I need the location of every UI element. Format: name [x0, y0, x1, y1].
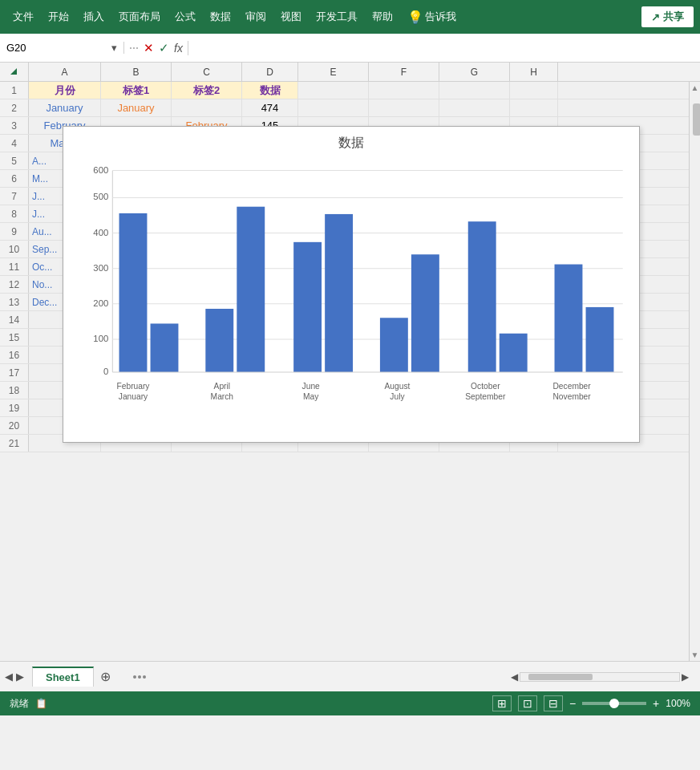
bar-chart: 0 100 200 300 400 500 600 February J [71, 156, 631, 432]
expand-icon[interactable]: ⋯ [129, 43, 139, 54]
col-header-f[interactable]: F [369, 63, 439, 81]
svg-text:500: 500 [93, 192, 108, 201]
cell-ref-dropdown-icon[interactable]: ▾ [111, 42, 117, 54]
menu-data[interactable]: 数据 [204, 6, 237, 27]
vertical-scrollbar[interactable]: ▲ ▼ [689, 82, 700, 661]
row-number: 18 [0, 382, 29, 399]
cell-f1[interactable] [369, 82, 439, 99]
row-number: 13 [0, 294, 29, 310]
row-number: 2 [0, 99, 29, 116]
hscroll-track[interactable] [520, 672, 680, 682]
cell-c1[interactable]: 标签2 [172, 82, 242, 99]
scroll-down-icon[interactable]: ▼ [690, 650, 700, 659]
tell-me-input[interactable]: 告诉我 [425, 10, 456, 24]
scrollbar-thumb[interactable] [693, 103, 701, 136]
row-number: 19 [0, 399, 29, 416]
menu-formula[interactable]: 公式 [168, 6, 202, 27]
chart-area: 0 100 200 300 400 500 600 February J [71, 156, 631, 432]
table-row: 2 January January 474 [0, 99, 700, 117]
column-headers: A B C D E F G H [0, 63, 700, 82]
col-header-b[interactable]: B [101, 63, 172, 81]
cell-a1[interactable]: 月份 [29, 82, 101, 99]
row-number: 15 [0, 329, 29, 346]
hscroll-right-icon[interactable]: ▶ [682, 671, 689, 683]
menu-start[interactable]: 开始 [42, 6, 75, 27]
light-icon: 💡 [407, 10, 423, 25]
bar-march [205, 309, 233, 372]
menu-insert[interactable]: 插入 [77, 6, 111, 27]
formula-input[interactable] [188, 42, 700, 54]
view-page-icon[interactable]: ⊡ [518, 695, 537, 711]
corner-header [0, 63, 29, 81]
row-number: 20 [0, 417, 29, 434]
cell-e2[interactable] [298, 99, 369, 116]
cell-e1[interactable] [298, 82, 369, 99]
cell-c2[interactable] [172, 99, 242, 116]
chart-container[interactable]: 数据 0 100 200 300 400 500 600 [63, 126, 640, 443]
svg-text:June: June [302, 382, 321, 391]
dot2 [138, 675, 141, 679]
cell-f2[interactable] [369, 99, 439, 116]
zoom-slider-thumb[interactable] [609, 699, 619, 708]
svg-text:March: March [211, 392, 234, 401]
sheet-next-icon[interactable]: ▶ [16, 671, 24, 683]
menu-help[interactable]: 帮助 [366, 6, 399, 27]
status-text: 就绪 [10, 697, 29, 711]
cell-a2[interactable]: January [29, 99, 101, 116]
cell-d2[interactable]: 474 [242, 99, 298, 116]
scroll-up-icon[interactable]: ▲ [690, 82, 700, 92]
cell-h2[interactable] [510, 99, 558, 116]
zoom-level: 100% [666, 698, 690, 709]
zoom-out-icon[interactable]: − [569, 697, 576, 710]
svg-text:August: August [385, 382, 411, 391]
bar-april [237, 207, 265, 372]
svg-text:July: July [390, 392, 405, 401]
cell-g1[interactable] [439, 82, 510, 99]
col-header-h[interactable]: H [510, 63, 558, 81]
cell-d1[interactable]: 数据 [242, 82, 298, 99]
bar-august [411, 254, 439, 372]
bar-december [586, 307, 614, 372]
formulabar: G20 ▾ ⋯ ✕ ✓ fx [0, 34, 700, 63]
share-button[interactable]: ↗ 共享 [641, 6, 694, 27]
cell-h1[interactable] [510, 82, 558, 99]
bar-september [468, 221, 496, 372]
menu-dev[interactable]: 开发工具 [310, 6, 364, 27]
col-header-c[interactable]: C [172, 63, 242, 81]
view-break-icon[interactable]: ⊟ [544, 695, 563, 711]
confirm-formula-icon[interactable]: ✓ [159, 41, 169, 55]
view-normal-icon[interactable]: ⊞ [492, 695, 512, 711]
col-header-a[interactable]: A [29, 63, 101, 81]
col-header-g[interactable]: G [439, 63, 510, 81]
cell-g2[interactable] [439, 99, 510, 116]
cell-reference-box[interactable]: G20 ▾ [0, 42, 124, 54]
bar-november [555, 265, 583, 372]
sheet-tab[interactable]: Sheet1 [32, 667, 94, 687]
cancel-formula-icon[interactable]: ✕ [144, 41, 154, 55]
sheet-prev-icon[interactable]: ◀ [5, 671, 13, 683]
svg-text:January: January [119, 392, 148, 401]
cell-b1[interactable]: 标签1 [101, 82, 172, 99]
menu-view[interactable]: 视图 [274, 6, 308, 27]
cell-b2[interactable]: January [101, 99, 172, 116]
zoom-slider[interactable] [582, 702, 646, 705]
hscroll-thumb[interactable] [528, 674, 593, 680]
svg-marker-0 [10, 68, 17, 75]
col-header-d[interactable]: D [242, 63, 298, 81]
svg-text:400: 400 [93, 228, 108, 237]
row-number: 16 [0, 346, 29, 363]
bar-july [380, 318, 408, 372]
share-icon: ↗ [651, 11, 660, 23]
svg-text:0: 0 [103, 367, 108, 376]
svg-text:200: 200 [93, 298, 108, 308]
svg-text:November: November [552, 392, 591, 401]
hscroll-left-icon[interactable]: ◀ [511, 671, 518, 683]
add-sheet-button[interactable]: ⊕ [94, 666, 117, 687]
bar-february [151, 323, 179, 372]
zoom-in-icon[interactable]: + [653, 697, 659, 710]
menu-pagelayout[interactable]: 页面布局 [112, 6, 167, 27]
table-row: 1 月份 标签1 标签2 数据 [0, 82, 700, 99]
col-header-e[interactable]: E [298, 63, 369, 81]
menu-review[interactable]: 审阅 [239, 6, 273, 27]
menu-file[interactable]: 文件 [6, 6, 40, 27]
